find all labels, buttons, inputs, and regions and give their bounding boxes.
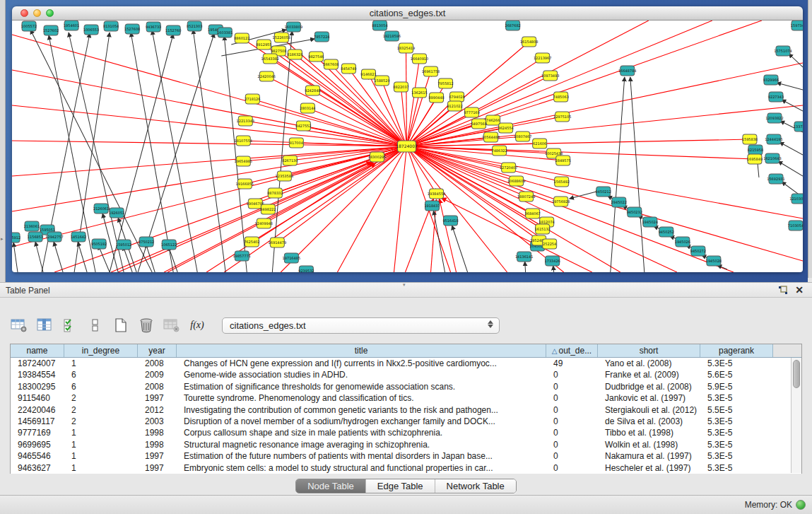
network-canvas[interactable]: 1005572152760219546011006553813105415276…: [12, 21, 803, 272]
graph-node[interactable]: 8454749: [341, 64, 356, 74]
graph-node[interactable]: 16543382: [261, 54, 279, 64]
table-cell-short[interactable]: de Silva et al. (2003): [598, 416, 700, 427]
table-cell-out_degree[interactable]: 0: [546, 381, 598, 392]
graph-node[interactable]: 8498222: [260, 204, 276, 214]
table-cell-pagerank[interactable]: 5.6E-5: [700, 369, 773, 380]
table-cell-year[interactable]: 1997: [138, 392, 177, 404]
citation-edge[interactable]: [777, 83, 803, 90]
graph-node[interactable]: 19716485: [283, 253, 300, 263]
float-panel-icon[interactable]: [778, 286, 788, 296]
graph-node[interactable]: 14136141: [515, 252, 533, 262]
table-cell-title[interactable]: Tourette syndrome. Phenomenology and cla…: [177, 392, 546, 404]
graph-node[interactable]: 12353584: [276, 171, 293, 181]
table-cell-year[interactable]: 1998: [138, 439, 177, 450]
citation-edge[interactable]: [779, 142, 803, 155]
citation-edge[interactable]: [553, 266, 554, 272]
graph-node[interactable]: 9827546: [308, 52, 324, 62]
graph-node[interactable]: 8521303: [187, 21, 202, 31]
graph-node[interactable]: 18325419: [397, 43, 415, 53]
graph-node[interactable]: 22420046: [258, 71, 276, 81]
table-cell-pagerank[interactable]: 5.3E-5: [700, 416, 773, 427]
graph-node[interactable]: 3684067: [525, 209, 541, 218]
table-cell-out_degree[interactable]: 0: [546, 416, 598, 427]
graph-node[interactable]: 1451642: [71, 232, 86, 242]
citation-edge-red[interactable]: [406, 21, 761, 146]
table-row[interactable]: 1830029562008Estimation of significance …: [11, 381, 801, 392]
graph-node[interactable]: 16154808: [520, 37, 538, 47]
graph-node[interactable]: 8990448: [428, 93, 444, 103]
graph-node[interactable]: 6794028: [449, 92, 464, 102]
table-cell-in_degree[interactable]: 2: [64, 416, 138, 427]
table-cell-in_degree[interactable]: 2: [64, 392, 138, 404]
table-cell-pagerank[interactable]: 5.5E-5: [700, 404, 773, 416]
table-cell-short[interactable]: Hescheler et al. (1997): [598, 462, 700, 474]
table-cell-year[interactable]: 1998: [138, 427, 177, 438]
graph-node[interactable]: 12975105: [553, 112, 571, 122]
graph-node[interactable]: 1337343: [794, 122, 803, 132]
graph-node[interactable]: 12942757: [45, 232, 63, 242]
column-header-out_degree[interactable]: △out_de...: [546, 344, 598, 357]
table-cell-title[interactable]: Estimation of significance thresholds fo…: [177, 381, 546, 392]
graph-node[interactable]: 2126061: [93, 204, 109, 214]
table-cell-pagerank[interactable]: 5.3E-5: [700, 427, 773, 438]
table-cell-title[interactable]: Structural magnetic resonance image aver…: [177, 439, 546, 450]
hub-node[interactable]: 18724007: [396, 141, 418, 152]
graph-node[interactable]: 16033809: [285, 22, 302, 32]
table-cell-in_degree[interactable]: 2: [64, 404, 138, 416]
table-cell-name[interactable]: 9699695: [11, 439, 64, 450]
graph-node[interactable]: 8427552: [295, 121, 311, 131]
table-cell-out_degree[interactable]: 0: [546, 439, 598, 450]
graph-node[interactable]: 1527602: [43, 25, 59, 35]
graph-node[interactable]: 12213343: [237, 116, 254, 126]
citation-edge[interactable]: [54, 242, 63, 272]
graph-node[interactable]: 16210643: [763, 153, 781, 163]
show-columns-button[interactable]: [35, 316, 54, 334]
graph-node[interactable]: 16648784: [618, 66, 636, 76]
graph-node[interactable]: 2136061: [24, 221, 40, 231]
graph-node[interactable]: 1005572: [21, 21, 37, 31]
select-all-columns-button[interactable]: [61, 316, 79, 334]
graph-node[interactable]: 16914479: [269, 238, 286, 247]
graph-node[interactable]: 2667608: [323, 59, 339, 69]
table-cell-title[interactable]: Corpus callosum shape and size in male p…: [177, 427, 546, 438]
table-cell-short[interactable]: Stergiakouli et al. (2012): [598, 404, 700, 416]
graph-node[interactable]: 15226058: [273, 33, 290, 42]
table-cell-pagerank[interactable]: 5.3E-5: [700, 358, 773, 369]
splitter-handle-icon[interactable]: ▾: [403, 282, 406, 288]
citation-edge-red[interactable]: [406, 146, 803, 261]
table-row[interactable]: 969969511998Structural magnetic resonanc…: [11, 439, 801, 450]
graph-node[interactable]: 19857771: [233, 251, 251, 261]
graph-node[interactable]: 3915912: [12, 233, 20, 243]
table-vertical-scrollbar[interactable]: [791, 358, 801, 473]
graph-node[interactable]: 12103054: [789, 194, 803, 204]
table-cell-in_degree[interactable]: 1: [64, 450, 138, 462]
graph-node[interactable]: 9450252: [659, 227, 674, 237]
citation-edge[interactable]: [525, 262, 526, 272]
citation-edge[interactable]: [630, 77, 645, 272]
table-cell-in_degree[interactable]: 6: [64, 381, 138, 392]
graph-node[interactable]: 8750212: [139, 237, 154, 247]
table-cell-pagerank[interactable]: 5.3E-5: [700, 439, 773, 450]
graph-node[interactable]: 1527608: [124, 24, 140, 34]
citation-edge-red[interactable]: [245, 121, 406, 146]
graph-node[interactable]: 8813054: [372, 21, 387, 30]
table-cell-year[interactable]: 2012: [138, 404, 177, 416]
citation-edge-red[interactable]: [316, 57, 406, 146]
graph-node[interactable]: 1945028: [706, 256, 722, 266]
graph-node[interactable]: 8186328: [287, 49, 302, 59]
graph-node[interactable]: 9777169: [464, 107, 479, 117]
table-cell-pagerank[interactable]: 5.3E-5: [700, 450, 773, 462]
graph-node[interactable]: 18300295: [368, 152, 386, 162]
graph-node[interactable]: 12213967: [534, 53, 551, 63]
graph-node[interactable]: 1945026: [675, 237, 690, 247]
graph-node[interactable]: 8822037: [393, 82, 408, 92]
graph-node[interactable]: 9121022: [447, 101, 462, 111]
graph-node[interactable]: 19654985: [235, 156, 252, 166]
graph-node[interactable]: 9242848: [305, 86, 320, 95]
citation-edge-red[interactable]: [406, 146, 733, 272]
citation-edge[interactable]: [138, 33, 214, 272]
citation-edge[interactable]: [13, 243, 18, 272]
table-cell-name[interactable]: 18300295: [11, 381, 64, 392]
table-mode-button[interactable]: [10, 316, 28, 334]
column-header-in_degree[interactable]: in_degree: [64, 344, 138, 357]
